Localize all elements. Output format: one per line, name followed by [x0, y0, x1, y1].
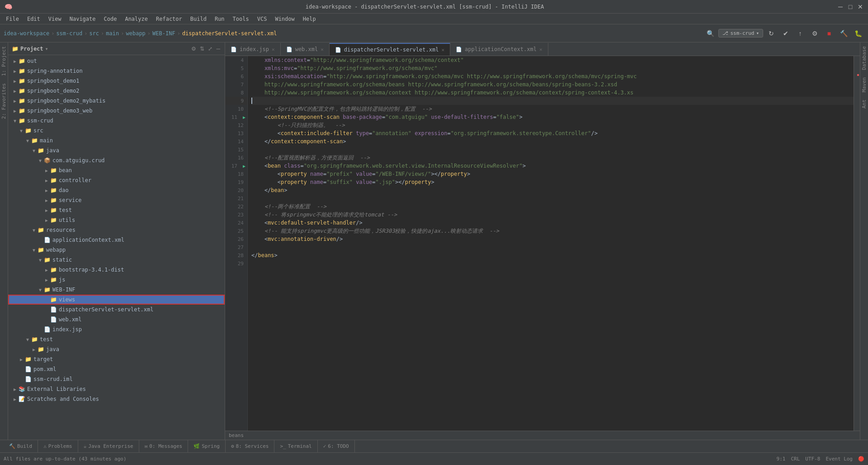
- tree-item-main[interactable]: ▼ 📁 main: [8, 136, 225, 146]
- tree-item-springboot-demo3-web[interactable]: ▶ 📁 springboot_demo3_web: [8, 106, 225, 116]
- bottom-tab-todo[interactable]: ✓ 6: TODO: [318, 440, 355, 452]
- menu-edit[interactable]: Edit: [24, 15, 44, 23]
- update-btn[interactable]: ↻: [765, 27, 778, 40]
- tree-item-java[interactable]: ▼ 📁 java: [8, 146, 225, 155]
- menu-file[interactable]: File: [2, 15, 23, 23]
- tab-index-jsp[interactable]: 📄 index.jsp ✕: [225, 43, 281, 56]
- bottom-tab-build[interactable]: 🔨 Build: [4, 440, 38, 452]
- tree-item-views[interactable]: ▶ 📁 views: [8, 295, 225, 305]
- tree-item-resources[interactable]: ▼ 📁 resources: [8, 225, 225, 235]
- breadcrumb-webinf[interactable]: WEB-INF: [152, 30, 175, 37]
- tree-item-appcontext[interactable]: ▶ 📄 applicationContext.xml: [8, 235, 225, 245]
- event-log[interactable]: Event Log: [826, 456, 853, 462]
- tree-item-spring-annotation[interactable]: ▶ 📁 spring-annotation: [8, 66, 225, 76]
- menu-refactor[interactable]: Refactor: [152, 15, 186, 23]
- expand-arrow: ▶: [43, 198, 50, 203]
- tab-close-btn[interactable]: ✕: [441, 47, 444, 53]
- menu-vcs[interactable]: VCS: [254, 15, 271, 23]
- tree-item-webapp[interactable]: ▼ 📁 webapp: [8, 245, 225, 255]
- maximize-button[interactable]: □: [847, 4, 854, 10]
- menu-help[interactable]: Help: [299, 15, 320, 23]
- tree-item-indexjsp[interactable]: ▶ 📄 index.jsp: [8, 324, 225, 334]
- tab-close-btn[interactable]: ✕: [539, 47, 542, 52]
- tree-item-ssm-crud[interactable]: ▼ 📁 ssm-crud: [8, 116, 225, 126]
- bottom-tab-java-enterprise[interactable]: ☕ Java Enterprise: [78, 440, 139, 452]
- tree-item-out[interactable]: ▶ 📁 out: [8, 56, 225, 66]
- minimize-panel-btn[interactable]: ─: [215, 45, 221, 53]
- menu-window[interactable]: Window: [271, 15, 298, 23]
- project-panel-label[interactable]: 1: Project: [0, 42, 8, 80]
- tree-item-package[interactable]: ▼ 📦 com.atguigu.crud: [8, 155, 225, 165]
- run-stop-btn[interactable]: ■: [823, 27, 835, 40]
- bottom-tab-messages[interactable]: ✉ 0: Messages: [139, 440, 188, 452]
- tree-item-external-libs[interactable]: ▶ 📚 External Libraries: [8, 384, 225, 394]
- tree-item-pomxml[interactable]: ▶ 📄 pom.xml: [8, 364, 225, 374]
- tree-item-bootstrap[interactable]: ▶ 📁 bootstrap-3.4.1-dist: [8, 265, 225, 275]
- gear-icon[interactable]: ⚙: [190, 45, 197, 53]
- tree-label: web.xml: [59, 316, 82, 323]
- close-button[interactable]: ✕: [857, 4, 863, 10]
- tab-dispatcher-servlet[interactable]: 📄 dispatcherServlet-servlet.xml ✕: [330, 43, 450, 56]
- menu-view[interactable]: View: [45, 15, 65, 23]
- encoding[interactable]: UTF-8: [805, 456, 820, 462]
- tree-item-webinf[interactable]: ▼ 📁 WEB-INF: [8, 285, 225, 295]
- fold-icon[interactable]: ▶: [243, 164, 245, 169]
- tree-item-dispatcher-xml[interactable]: ▶ 📄 dispatcherServlet-servlet.xml: [8, 305, 225, 315]
- commit-btn[interactable]: ✔: [779, 27, 792, 40]
- settings-btn[interactable]: ⚙: [808, 27, 821, 40]
- tab-close-btn[interactable]: ✕: [321, 47, 324, 52]
- menu-run[interactable]: Run: [211, 15, 228, 23]
- tree-item-service[interactable]: ▶ 📁 service: [8, 195, 225, 205]
- tab-app-context[interactable]: 📄 applicationContext.xml ✕: [450, 43, 548, 56]
- tree-item-static[interactable]: ▼ 📁 static: [8, 255, 225, 265]
- minimize-button[interactable]: ─: [837, 4, 844, 10]
- tree-item-scratches[interactable]: ▶ 📝 Scratches and Consoles: [8, 394, 225, 404]
- tree-item-test-sub[interactable]: ▶ 📁 test: [8, 205, 225, 215]
- tree-item-test-src[interactable]: ▼ 📁 test: [8, 334, 225, 344]
- bottom-tab-spring[interactable]: 🌿 Spring: [188, 440, 226, 452]
- tree-item-controller[interactable]: ▶ 📁 controller: [8, 175, 225, 185]
- expand-icon[interactable]: ⤢: [207, 45, 213, 53]
- favorites-panel-label[interactable]: 2: Favorites: [0, 80, 8, 122]
- breadcrumb-main[interactable]: main: [106, 30, 119, 37]
- tree-item-java-test[interactable]: ▶ 📁 java: [8, 344, 225, 354]
- tree-item-utils[interactable]: ▶ 📁 utils: [8, 215, 225, 225]
- bottom-tab-problems[interactable]: ⚠ Problems: [38, 440, 78, 452]
- maven-panel-label[interactable]: Maven: [860, 74, 868, 96]
- branch-selector[interactable]: ⎇ ssm-crud ▾: [718, 29, 763, 38]
- breadcrumb-webapp[interactable]: webapp: [126, 30, 145, 37]
- tree-item-webxml[interactable]: ▶ 📄 web.xml: [8, 315, 225, 324]
- debug-btn[interactable]: 🐛: [852, 27, 864, 40]
- code-text-area[interactable]: xmlns:context="http://www.springframewor…: [248, 56, 854, 431]
- tab-web-xml[interactable]: 📄 web.xml ✕: [281, 43, 330, 56]
- tree-item-springboot-demo2-mybatis[interactable]: ▶ 📁 springboot_demo2_mybatis: [8, 96, 225, 106]
- sort-icon[interactable]: ⇅: [199, 45, 205, 53]
- tree-item-springboot-demo1[interactable]: ▶ 📁 springboot_demo1: [8, 76, 225, 86]
- breadcrumb-ssm-crud[interactable]: ssm-crud: [56, 30, 82, 37]
- push-btn[interactable]: ↑: [794, 27, 807, 40]
- build-project-btn[interactable]: 🔨: [837, 27, 850, 40]
- menu-build[interactable]: Build: [187, 15, 210, 23]
- tree-item-springboot-demo2[interactable]: ▶ 📁 springboot_demo2: [8, 86, 225, 96]
- menu-analyze[interactable]: Analyze: [121, 15, 151, 23]
- cursor-position[interactable]: 9:1: [777, 456, 786, 462]
- breadcrumb-workspace[interactable]: idea-workspace: [4, 30, 49, 37]
- tab-close-btn[interactable]: ✕: [272, 47, 275, 52]
- ant-panel-label[interactable]: Ant: [860, 96, 868, 112]
- fold-icon[interactable]: ▶: [243, 115, 245, 120]
- tree-item-target[interactable]: ▶ 📁 target: [8, 354, 225, 364]
- menu-code[interactable]: Code: [100, 15, 121, 23]
- menu-tools[interactable]: Tools: [229, 15, 253, 23]
- tree-item-src[interactable]: ▼ 📁 src: [8, 126, 225, 136]
- bottom-tab-services[interactable]: ⚙ 8: Services: [226, 440, 274, 452]
- breadcrumb-src[interactable]: src: [89, 30, 99, 37]
- database-panel-label[interactable]: Database: [860, 42, 868, 74]
- tree-item-bean[interactable]: ▶ 📁 bean: [8, 165, 225, 175]
- line-ending[interactable]: CRL: [791, 456, 800, 462]
- tree-item-iml[interactable]: ▶ 📄 ssm-crud.iml: [8, 374, 225, 384]
- tree-item-js[interactable]: ▶ 📁 js: [8, 275, 225, 285]
- bottom-tab-terminal[interactable]: >_ Terminal: [274, 440, 317, 452]
- search-everywhere-btn[interactable]: 🔍: [704, 27, 717, 40]
- tree-item-dao[interactable]: ▶ 📁 dao: [8, 185, 225, 195]
- menu-navigate[interactable]: Navigate: [66, 15, 99, 23]
